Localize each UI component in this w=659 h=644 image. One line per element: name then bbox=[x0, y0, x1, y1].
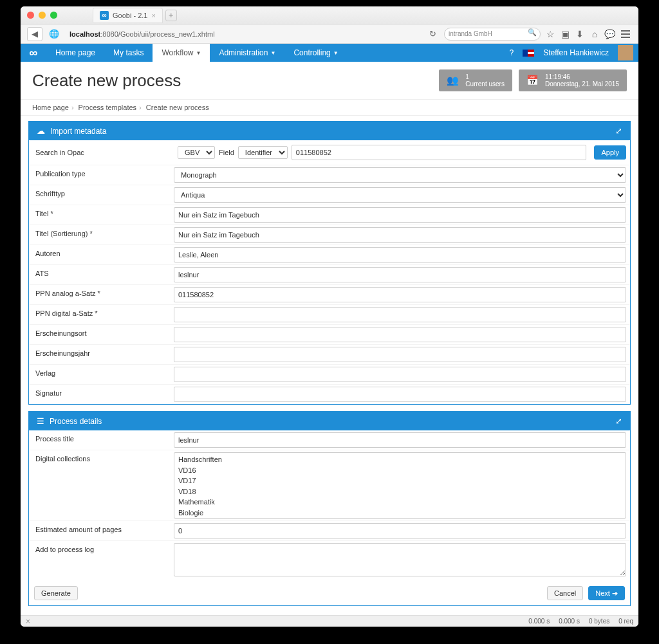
coll-label: Digital collections bbox=[29, 450, 174, 520]
page-title: Create new process bbox=[32, 71, 432, 91]
pages-input[interactable] bbox=[174, 523, 626, 538]
chat-icon[interactable]: 💬 bbox=[604, 29, 615, 39]
collections-listbox[interactable]: HandschriftenVD16VD17VD18MathematikBiolo… bbox=[174, 452, 626, 519]
catalog-select[interactable]: GBV bbox=[178, 146, 215, 159]
url-field[interactable]: localhost:8080/Goobi/uii/process_new1.xh… bbox=[66, 28, 421, 40]
jahr-input[interactable] bbox=[174, 347, 626, 362]
log-label: Add to process log bbox=[29, 541, 174, 581]
close-tab-icon[interactable]: × bbox=[151, 12, 155, 19]
nav-admin[interactable]: Administration▼ bbox=[210, 44, 284, 62]
search-opac-label: Search in Opac bbox=[29, 144, 174, 161]
verlag-input[interactable] bbox=[174, 367, 626, 382]
cancel-button[interactable]: Cancel bbox=[547, 586, 583, 600]
ats-input[interactable] bbox=[174, 267, 626, 282]
help-icon[interactable]: ? bbox=[509, 48, 514, 57]
breadcrumb: Home page› Process templates› Create new… bbox=[21, 99, 638, 116]
hamburger-menu-icon[interactable] bbox=[619, 30, 632, 38]
field-select[interactable]: Identifier bbox=[238, 146, 288, 159]
nav-home[interactable]: Home page bbox=[46, 44, 104, 62]
expand-icon[interactable]: ⤢ bbox=[615, 416, 622, 426]
chevron-down-icon: ▼ bbox=[270, 50, 275, 56]
search-value-input[interactable] bbox=[292, 145, 587, 160]
tab-title: Goobi - 2.1 bbox=[113, 12, 147, 19]
titelsort-input[interactable] bbox=[174, 227, 626, 243]
list-item[interactable]: VD17 bbox=[178, 475, 622, 486]
ptitle-input[interactable] bbox=[174, 432, 626, 448]
calendar-icon: 📅 bbox=[526, 75, 539, 86]
arrow-right-icon: ➔ bbox=[612, 589, 618, 598]
apply-button[interactable]: Apply bbox=[594, 145, 626, 160]
back-button[interactable]: ◀ bbox=[27, 27, 42, 41]
list-item[interactable]: VD16 bbox=[178, 465, 622, 476]
nav-tasks[interactable]: My tasks bbox=[104, 44, 153, 62]
star-icon[interactable]: ☆ bbox=[544, 29, 556, 39]
ppna-input[interactable] bbox=[174, 287, 626, 302]
sig-label: Signatur bbox=[29, 385, 174, 404]
breadcrumb-current: Create new process bbox=[146, 104, 209, 111]
verlag-label: Verlag bbox=[29, 365, 174, 384]
time-info-box: 📅 11:19:46Donnerstag, 21. Mai 2015 bbox=[519, 69, 627, 91]
ptitle-label: Process title bbox=[29, 430, 174, 450]
chevron-down-icon: ▼ bbox=[196, 50, 201, 56]
close-statusbar-icon[interactable]: × bbox=[26, 617, 30, 626]
ats-label: ATS bbox=[29, 265, 174, 284]
ort-input[interactable] bbox=[174, 327, 626, 342]
app-navbar: ∞ Home page My tasks Workflow▼ Administr… bbox=[21, 44, 638, 62]
close-window-icon[interactable] bbox=[27, 12, 34, 19]
globe-icon: 🌐 bbox=[46, 27, 62, 41]
expand-icon[interactable]: ⤢ bbox=[615, 126, 622, 136]
home-icon[interactable]: ⌂ bbox=[589, 29, 600, 39]
panel-title: Process details bbox=[50, 417, 102, 426]
logo-icon[interactable]: ∞ bbox=[21, 44, 46, 62]
user-name[interactable]: Steffen Hankiewicz bbox=[543, 48, 609, 57]
breadcrumb-templates[interactable]: Process templates bbox=[79, 104, 136, 111]
users-icon: 👥 bbox=[447, 75, 459, 86]
import-metadata-panel: ☁ Import metadata ⤢ Search in Opac GBV F… bbox=[28, 121, 631, 405]
field-label: Field bbox=[219, 149, 234, 156]
pocket-icon[interactable]: ▣ bbox=[559, 29, 571, 39]
avatar[interactable] bbox=[618, 45, 633, 60]
sig-input[interactable] bbox=[174, 387, 626, 402]
maximize-window-icon[interactable] bbox=[50, 12, 57, 19]
ort-label: Erscheinungsort bbox=[29, 325, 174, 344]
download-icon[interactable]: ⬇ bbox=[574, 29, 586, 39]
list-icon: ☰ bbox=[37, 416, 44, 426]
titel-label: Titel * bbox=[29, 205, 174, 225]
generate-button[interactable]: Generate bbox=[34, 586, 78, 600]
chevron-right-icon: › bbox=[71, 104, 74, 111]
cloud-icon: ☁ bbox=[37, 126, 45, 136]
reload-button[interactable]: ↻ bbox=[425, 27, 440, 41]
pubtype-select[interactable]: Monograph bbox=[174, 167, 626, 183]
status-time2: 0.000 s bbox=[559, 618, 580, 625]
next-button[interactable]: Next ➔ bbox=[588, 586, 625, 600]
autoren-label: Autoren bbox=[29, 245, 174, 264]
list-item[interactable]: VD18 bbox=[178, 486, 622, 497]
window-titlebar: ∞ Goobi - 2.1 × + bbox=[21, 6, 638, 24]
list-item[interactable]: Handschriften bbox=[178, 454, 622, 465]
users-info-box: 👥 1Current users bbox=[439, 69, 512, 91]
nav-controlling[interactable]: Controlling▼ bbox=[284, 44, 347, 62]
minimize-window-icon[interactable] bbox=[39, 12, 46, 19]
chevron-right-icon: › bbox=[139, 104, 142, 111]
titel-input[interactable] bbox=[174, 207, 626, 223]
nav-workflow[interactable]: Workflow▼ bbox=[153, 44, 210, 62]
pages-label: Estimated amount of pages bbox=[29, 521, 174, 540]
status-bytes: 0 bytes bbox=[589, 618, 609, 625]
list-item[interactable]: Chemie bbox=[178, 518, 622, 519]
browser-search-input[interactable] bbox=[444, 28, 541, 41]
new-tab-button[interactable]: + bbox=[165, 10, 177, 21]
breadcrumb-home[interactable]: Home page bbox=[32, 104, 69, 111]
schrift-select[interactable]: Antiqua bbox=[174, 187, 626, 203]
list-item[interactable]: Biologie bbox=[178, 508, 622, 519]
ppna-label: PPN analog a-Satz * bbox=[29, 285, 174, 304]
browser-tab[interactable]: ∞ Goobi - 2.1 × bbox=[93, 8, 163, 23]
titelsort-label: Titel (Sortierung) * bbox=[29, 225, 174, 244]
ppnd-input[interactable] bbox=[174, 307, 626, 322]
search-icon: 🔍 bbox=[528, 28, 537, 37]
autoren-input[interactable] bbox=[174, 247, 626, 262]
log-textarea[interactable] bbox=[174, 543, 626, 576]
list-item[interactable]: Mathematik bbox=[178, 497, 622, 508]
jahr-label: Erscheinungsjahr bbox=[29, 345, 174, 364]
flag-icon[interactable] bbox=[523, 50, 534, 57]
status-bar: × 0.000 s 0.000 s 0 bytes 0 req bbox=[21, 615, 638, 627]
